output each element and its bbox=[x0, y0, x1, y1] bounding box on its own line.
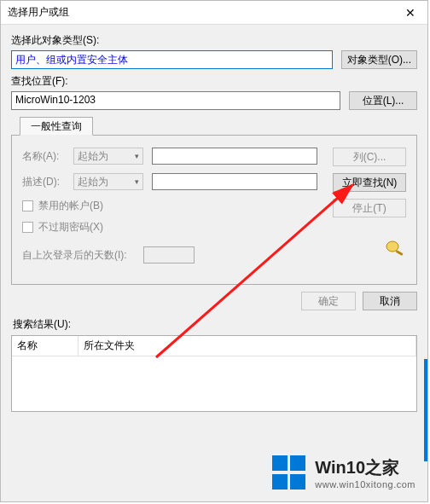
svg-point-0 bbox=[386, 241, 398, 252]
disabled-accounts-label: 禁用的帐户(B) bbox=[38, 199, 103, 213]
location-label: 查找位置(F): bbox=[11, 74, 417, 89]
desc-row: 描述(D): 起始为 ▾ bbox=[22, 173, 322, 190]
windows-logo-icon bbox=[272, 455, 306, 490]
name-input[interactable] bbox=[152, 148, 317, 165]
tab-common-queries[interactable]: 一般性查询 bbox=[20, 117, 93, 136]
object-type-row: 用户、组或内置安全主体 对象类型(O)... bbox=[11, 50, 417, 69]
tab-panel: 名称(A): 起始为 ▾ 描述(D): 起始为 ▾ bbox=[11, 135, 417, 285]
name-combo-value: 起始为 bbox=[78, 149, 108, 164]
location-row: MicroWin10-1203 位置(L)... bbox=[11, 91, 417, 110]
close-button[interactable]: ✕ bbox=[393, 1, 427, 25]
query-fields: 名称(A): 起始为 ▾ 描述(D): 起始为 ▾ bbox=[22, 148, 322, 272]
table-header: 名称 所在文件夹 bbox=[12, 336, 416, 356]
titlebar: 选择用户或组 ✕ bbox=[1, 1, 427, 25]
ok-button[interactable]: 确定 bbox=[301, 292, 356, 310]
chevron-down-icon: ▾ bbox=[135, 177, 139, 186]
last-login-label: 自上次登录后的天数(I): bbox=[22, 248, 135, 263]
last-login-days-spinner[interactable] bbox=[143, 246, 195, 264]
column-name[interactable]: 名称 bbox=[12, 336, 78, 356]
find-now-button[interactable]: 立即查找(N) bbox=[333, 173, 406, 192]
watermark-url: www.win10xitong.com bbox=[315, 479, 415, 490]
desc-combo[interactable]: 起始为 ▾ bbox=[73, 173, 143, 190]
name-combo[interactable]: 起始为 ▾ bbox=[73, 148, 143, 165]
object-type-input[interactable]: 用户、组或内置安全主体 bbox=[11, 50, 333, 69]
dialog-window: 选择用户或组 ✕ 选择此对象类型(S): 用户、组或内置安全主体 对象类型(O)… bbox=[0, 0, 428, 502]
chevron-down-icon: ▾ bbox=[135, 152, 139, 160]
disabled-accounts-checkbox[interactable]: 禁用的帐户(B) bbox=[22, 199, 322, 213]
dialog-buttons-row: 确定 取消 bbox=[11, 285, 417, 317]
window-title: 选择用户或组 bbox=[8, 5, 69, 20]
dialog-body: 选择此对象类型(S): 用户、组或内置安全主体 对象类型(O)... 查找位置(… bbox=[1, 25, 427, 412]
close-icon: ✕ bbox=[405, 6, 415, 20]
name-label: 名称(A): bbox=[22, 149, 65, 164]
desc-label: 描述(D): bbox=[22, 175, 65, 189]
desc-combo-value: 起始为 bbox=[78, 175, 108, 189]
object-type-label: 选择此对象类型(S): bbox=[11, 33, 417, 48]
column-folder[interactable]: 所在文件夹 bbox=[78, 336, 416, 356]
no-expire-checkbox[interactable]: 不过期密码(X) bbox=[22, 220, 322, 235]
watermark-title: Win10之家 bbox=[315, 456, 415, 479]
no-expire-label: 不过期密码(X) bbox=[38, 220, 103, 235]
checkbox-icon bbox=[22, 222, 33, 233]
name-row: 名称(A): 起始为 ▾ bbox=[22, 148, 322, 165]
cancel-button[interactable]: 取消 bbox=[363, 292, 417, 310]
object-types-button[interactable]: 对象类型(O)... bbox=[341, 50, 417, 69]
columns-button[interactable]: 列(C)... bbox=[333, 148, 406, 166]
watermark-text: Win10之家 www.win10xitong.com bbox=[315, 456, 415, 490]
search-icon bbox=[384, 240, 406, 257]
results-label: 搜索结果(U): bbox=[13, 317, 417, 332]
checkbox-icon bbox=[22, 200, 33, 211]
locations-button[interactable]: 位置(L)... bbox=[349, 91, 417, 110]
svg-rect-1 bbox=[396, 250, 404, 256]
desc-input[interactable] bbox=[152, 173, 317, 190]
stop-button[interactable]: 停止(T) bbox=[333, 199, 406, 217]
location-input[interactable]: MicroWin10-1203 bbox=[11, 91, 340, 110]
last-login-row: 自上次登录后的天数(I): bbox=[22, 246, 322, 264]
side-buttons: 列(C)... 立即查找(N) 停止(T) bbox=[333, 148, 406, 272]
watermark: Win10之家 www.win10xitong.com bbox=[272, 455, 415, 490]
results-table: 名称 所在文件夹 bbox=[11, 335, 417, 412]
tab-header: 一般性查询 bbox=[11, 117, 417, 136]
right-stripe bbox=[424, 359, 427, 461]
